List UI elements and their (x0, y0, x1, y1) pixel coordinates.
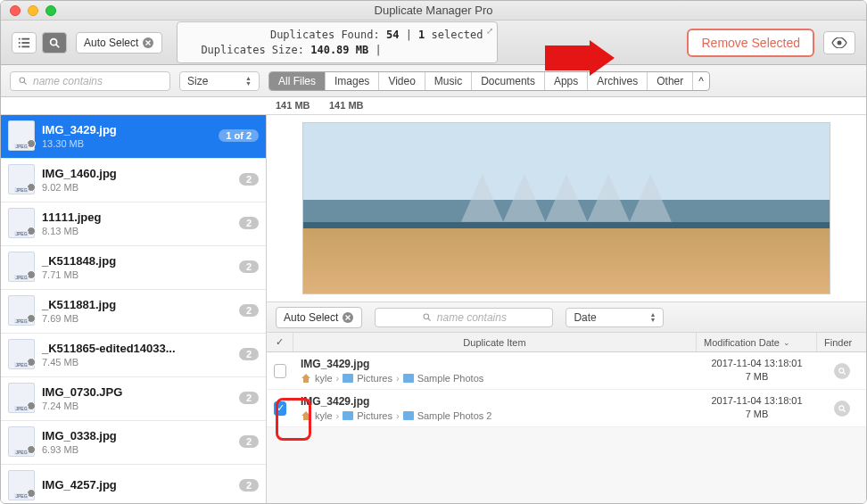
content-pane: Auto Select name contains Date ▲▼ ✓ Dupl… (267, 115, 866, 503)
svg-rect-4 (19, 45, 21, 47)
svg-point-14 (424, 314, 429, 319)
svg-line-17 (843, 372, 846, 375)
duplicate-file-path: kyle›Pictures›Sample Photos 2 (301, 410, 491, 421)
reveal-in-finder-button[interactable] (834, 363, 850, 379)
auto-select-label: Auto Select (84, 37, 138, 49)
svg-point-18 (838, 405, 843, 409)
file-name: _K511865-edited14033... (42, 342, 232, 355)
tabs-overflow-button[interactable]: ^ (693, 72, 709, 90)
duplicate-count-badge: 2 (239, 435, 259, 448)
tab-other[interactable]: Other (648, 72, 693, 90)
sidebar-search-input[interactable]: name contains (10, 71, 170, 91)
tab-music[interactable]: Music (425, 72, 472, 90)
preview-toggle-button[interactable] (823, 31, 855, 54)
svg-point-11 (20, 78, 25, 83)
file-name: IMG_0730.JPG (42, 385, 232, 399)
file-type-tabs: All FilesImagesVideoMusicDocumentsAppsAr… (268, 71, 710, 91)
sidebar-item[interactable]: IMG_3429.jpg 13.30 MB 1 of 2 (1, 115, 266, 159)
detail-row[interactable]: IMG_3429.jpg kyle›Pictures›Sample Photos… (267, 352, 866, 390)
sidebar-item[interactable]: 11111.jpeg 8.13 MB 2 (1, 202, 266, 246)
sidebar-item[interactable]: _K511881.jpg 7.69 MB 2 (1, 290, 266, 334)
sidebar-item[interactable]: IMG_0338.jpg 6.93 MB 2 (1, 421, 266, 465)
view-mode-search-button[interactable] (42, 32, 67, 54)
updown-icon: ▲▼ (245, 76, 252, 87)
window-title: Duplicate Manager Pro (1, 4, 866, 17)
svg-rect-0 (19, 37, 21, 39)
reveal-in-finder-button[interactable] (834, 401, 850, 417)
col-finder[interactable]: Finder (817, 333, 866, 351)
file-thumbnail (8, 470, 35, 500)
svg-rect-3 (21, 42, 29, 44)
duplicate-count-badge: 2 (239, 392, 259, 404)
expand-icon[interactable]: ⤢ (486, 25, 493, 37)
file-name: _K511881.jpg (42, 298, 232, 311)
file-size: 8.13 MB (42, 226, 232, 236)
duplicate-count-badge: 2 (239, 304, 259, 317)
svg-line-7 (56, 44, 60, 47)
file-name: IMG_0338.jpg (42, 429, 232, 442)
sidebar-item[interactable]: _K511848.jpg 7.71 MB 2 (1, 246, 266, 290)
size-row: 141 MB 141 MB (1, 97, 866, 115)
tab-all-files[interactable]: All Files (269, 72, 326, 90)
select-checkbox[interactable] (274, 364, 286, 378)
file-name: 11111.jpeg (42, 211, 232, 224)
file-size: 7.71 MB (42, 269, 232, 280)
file-name: IMG_1460.jpg (42, 167, 232, 180)
duplicate-file-name: IMG_3429.jpg (301, 395, 369, 408)
tab-video[interactable]: Video (379, 72, 425, 90)
duplicate-count-badge: 1 of 2 (219, 129, 259, 142)
file-size: 7 MB (746, 409, 769, 419)
detail-row[interactable]: ✓ IMG_3429.jpg kyle›Pictures›Sample Phot… (267, 390, 866, 427)
sidebar-item[interactable]: _K511865-edited14033... 7.45 MB 2 (1, 334, 266, 377)
sidebar-list[interactable]: IMG_3429.jpg 13.30 MB 1 of 2 IMG_1460.jp… (1, 115, 267, 503)
svg-rect-1 (21, 37, 29, 39)
file-size: 13.30 MB (42, 138, 211, 149)
col-item[interactable]: Duplicate Item (293, 333, 697, 351)
svg-line-19 (843, 409, 846, 412)
folder-icon (403, 374, 414, 383)
detail-toolbar: Auto Select name contains Date ▲▼ (267, 302, 866, 333)
col-check[interactable]: ✓ (267, 333, 293, 351)
detail-search-input[interactable]: name contains (375, 308, 553, 327)
auto-select-button[interactable]: Auto Select (76, 32, 162, 54)
svg-marker-9 (545, 40, 615, 76)
duplicate-file-path: kyle›Pictures›Sample Photos (301, 373, 483, 384)
duplicate-count-badge: 2 (239, 348, 259, 360)
col-modification-date[interactable]: Modification Date⌄ (697, 333, 817, 351)
sidebar-item[interactable]: IMG_1460.jpg 9.02 MB 2 (1, 159, 266, 202)
stats-panel: Duplicates Found: 54 | 1 selected Duplic… (177, 21, 498, 64)
svg-line-12 (24, 82, 27, 85)
file-thumbnail (8, 295, 35, 326)
file-thumbnail (8, 252, 35, 282)
detail-auto-select-button[interactable]: Auto Select (276, 307, 362, 328)
sidebar-item[interactable]: IMG_0730.JPG 7.24 MB 2 (1, 377, 266, 421)
file-name: IMG_4257.jpg (42, 478, 232, 492)
select-checkbox[interactable]: ✓ (274, 401, 286, 416)
detail-rows: IMG_3429.jpg kyle›Pictures›Sample Photos… (267, 352, 866, 427)
duplicate-count-badge: 2 (239, 479, 259, 492)
home-icon (301, 410, 311, 421)
sidebar-item[interactable]: IMG_4257.jpg 2 (1, 465, 266, 503)
sidebar-sort-select[interactable]: Size ▲▼ (179, 71, 260, 91)
svg-line-15 (428, 318, 431, 321)
annotation-arrow (545, 40, 616, 76)
file-thumbnail (8, 120, 35, 151)
file-size: 7.69 MB (42, 313, 232, 324)
search-icon (48, 37, 61, 49)
updown-icon: ▲▼ (649, 312, 656, 323)
file-thumbnail (8, 426, 35, 457)
tab-documents[interactable]: Documents (472, 72, 545, 90)
chevron-down-icon: ⌄ (783, 338, 790, 347)
svg-point-10 (838, 40, 842, 45)
clear-icon (142, 37, 154, 49)
toolbar: Auto Select Duplicates Found: 54 | 1 sel… (1, 21, 866, 65)
file-thumbnail (8, 383, 35, 413)
view-mode-list-button[interactable] (12, 32, 37, 54)
remove-selected-button[interactable]: Remove Selected (687, 29, 814, 57)
file-size: 7 MB (746, 371, 769, 382)
file-thumbnail (8, 208, 35, 238)
detail-sort-select[interactable]: Date ▲▼ (566, 308, 664, 327)
list-icon (18, 37, 30, 49)
file-size: 6.93 MB (42, 444, 232, 455)
tab-images[interactable]: Images (326, 72, 379, 90)
